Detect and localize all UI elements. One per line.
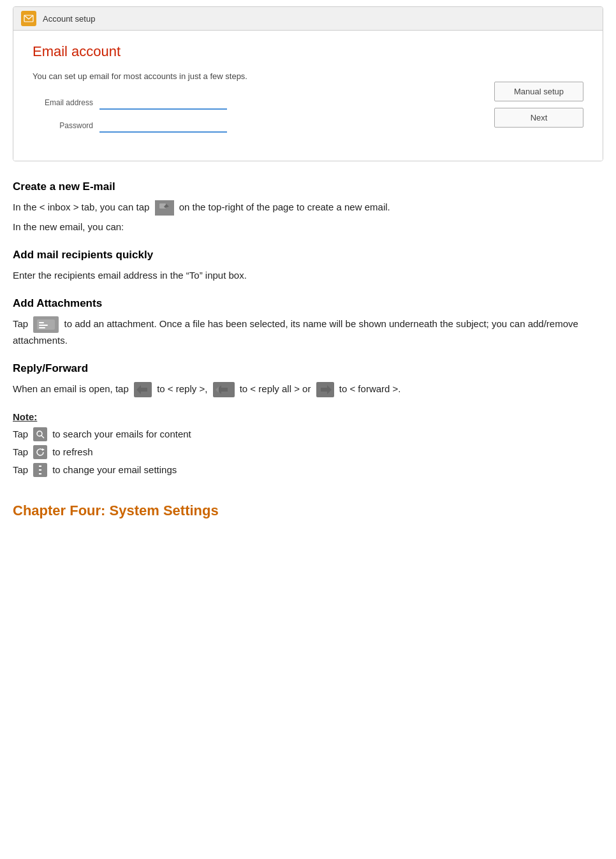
- note-row-1: Tap to search your emails for content: [13, 427, 603, 441]
- email-address-label: Email address: [33, 98, 93, 107]
- note-text-2: to refresh: [52, 446, 92, 457]
- add-recipients-section: Add mail recipients quickly Enter the re…: [13, 249, 603, 283]
- note-text-3: to change your email settings: [52, 464, 177, 475]
- note-row-2: Tap to refresh: [13, 445, 603, 459]
- password-input[interactable]: [99, 119, 227, 133]
- svg-marker-10: [321, 385, 332, 394]
- svg-rect-6: [39, 327, 45, 328]
- svg-marker-13: [42, 448, 45, 451]
- note-section: Note: Tap to search your emails for cont…: [13, 411, 603, 477]
- text-in-the: In the <: [13, 202, 48, 212]
- setup-description: You can set up email for most accounts i…: [33, 70, 481, 83]
- attach-icon: [33, 316, 59, 333]
- svg-line-12: [41, 436, 44, 438]
- create-email-section: Create a new E-mail In the < inbox > tab…: [13, 180, 603, 235]
- svg-point-11: [37, 431, 42, 436]
- next-button[interactable]: Next: [494, 108, 583, 128]
- add-attachments-heading: Add Attachments: [13, 297, 603, 310]
- account-setup-left: Email account You can set up email for m…: [33, 43, 481, 142]
- add-recipients-text: Enter the recipients email address in th…: [13, 268, 603, 283]
- email-address-row: Email address: [33, 96, 481, 110]
- manual-setup-button[interactable]: Manual setup: [494, 82, 583, 101]
- reply-forward-section: Reply/Forward When an email is open, tap…: [13, 362, 603, 397]
- email-address-input[interactable]: [99, 96, 227, 110]
- svg-rect-14: [39, 466, 41, 467]
- note-row-3: Tap to change your email settings: [13, 463, 603, 477]
- add-attachments-text: Tap to add an attachment. Once a file ha…: [13, 316, 603, 348]
- account-setup-right: Manual setup Next: [494, 43, 583, 142]
- tap-label-attach: Tap: [13, 318, 28, 329]
- forward-label: to < forward >.: [339, 383, 401, 394]
- settings-icon: [33, 463, 47, 477]
- note-text-1: to search your emails for content: [52, 429, 191, 439]
- note-tap-3: Tap: [13, 464, 28, 475]
- reply-all-icon: [213, 382, 235, 397]
- reply-label: to < reply >,: [157, 383, 207, 394]
- svg-rect-5: [39, 325, 48, 326]
- add-attachments-section: Add Attachments Tap to add an attachment…: [13, 297, 603, 348]
- account-setup-icon: [21, 11, 36, 26]
- note-tap-1: Tap: [13, 429, 28, 439]
- compose-icon: [155, 200, 174, 216]
- svg-rect-4: [39, 322, 44, 323]
- account-setup-title: Account setup: [43, 14, 95, 24]
- svg-marker-7: [136, 385, 147, 394]
- reply-forward-heading: Reply/Forward: [13, 362, 603, 375]
- refresh-icon: [33, 445, 47, 459]
- svg-rect-15: [39, 469, 41, 471]
- password-label: Password: [33, 121, 93, 130]
- text-top-right: on the top-right of the page to create a…: [179, 202, 390, 212]
- email-account-title: Email account: [33, 43, 481, 60]
- account-setup-header: Account setup: [13, 7, 603, 31]
- svg-rect-16: [39, 473, 41, 474]
- chapter-four-heading: Chapter Four: System Settings: [13, 503, 603, 519]
- reply-icon: [134, 382, 152, 397]
- password-row: Password: [33, 119, 481, 133]
- note-tap-2: Tap: [13, 446, 28, 457]
- forward-icon: [316, 382, 334, 397]
- text-inbox: inbox: [48, 202, 71, 212]
- create-email-heading: Create a new E-mail: [13, 180, 603, 193]
- reply-forward-pre: When an email is open, tap: [13, 383, 129, 394]
- account-setup-body: Email account You can set up email for m…: [13, 31, 603, 161]
- create-email-text1: In the < inbox > tab, you can tap on the…: [13, 200, 603, 216]
- text-tab: > tab, you can tap: [70, 202, 149, 212]
- add-recipients-heading: Add mail recipients quickly: [13, 249, 603, 261]
- search-icon: [33, 427, 47, 441]
- svg-marker-9: [216, 386, 219, 393]
- attach-description: to add an attachment. Once a file has be…: [13, 318, 578, 346]
- note-label: Note:: [13, 411, 603, 422]
- account-setup-card: Account setup Email account You can set …: [13, 6, 603, 161]
- create-email-text2: In the new email, you can:: [13, 219, 603, 235]
- reply-forward-text: When an email is open, tap to < reply >,…: [13, 381, 603, 397]
- reply-all-label: to < reply all > or: [240, 383, 311, 394]
